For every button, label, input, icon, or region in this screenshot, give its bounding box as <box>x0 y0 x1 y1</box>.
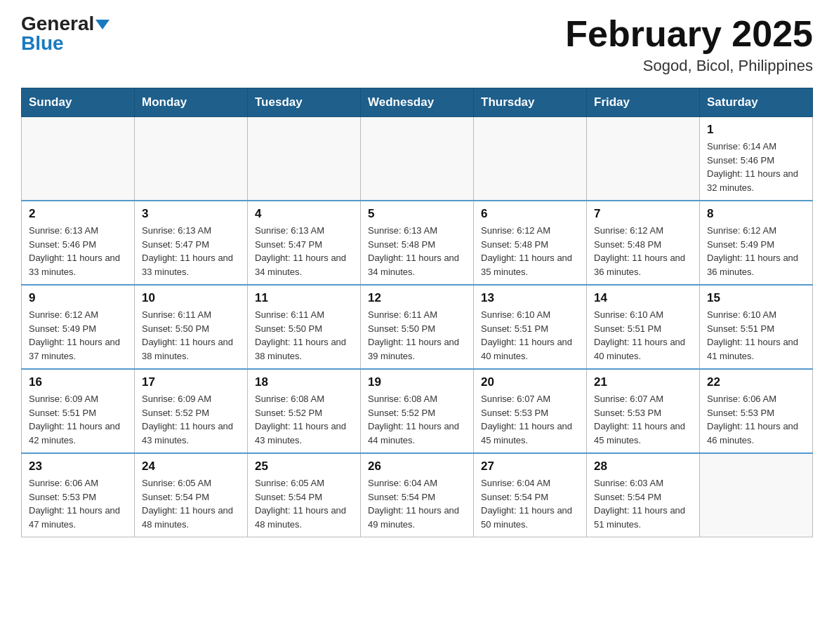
calendar-cell: 3Sunrise: 6:13 AM Sunset: 5:47 PM Daylig… <box>135 201 248 285</box>
calendar-cell: 5Sunrise: 6:13 AM Sunset: 5:48 PM Daylig… <box>361 201 474 285</box>
day-number: 25 <box>255 459 353 474</box>
calendar-table: SundayMondayTuesdayWednesdayThursdayFrid… <box>21 88 813 537</box>
calendar-cell: 27Sunrise: 6:04 AM Sunset: 5:54 PM Dayli… <box>474 453 587 537</box>
calendar-header-row: SundayMondayTuesdayWednesdayThursdayFrid… <box>22 88 813 117</box>
day-number: 10 <box>142 291 240 305</box>
day-info: Sunrise: 6:03 AM Sunset: 5:54 PM Dayligh… <box>594 476 692 531</box>
day-number: 21 <box>594 375 692 389</box>
calendar-cell: 18Sunrise: 6:08 AM Sunset: 5:52 PM Dayli… <box>248 369 361 453</box>
day-number: 8 <box>707 207 805 221</box>
calendar-cell: 7Sunrise: 6:12 AM Sunset: 5:48 PM Daylig… <box>587 201 700 285</box>
day-info: Sunrise: 6:09 AM Sunset: 5:51 PM Dayligh… <box>29 392 127 447</box>
day-number: 3 <box>142 207 240 221</box>
day-number: 13 <box>481 291 579 305</box>
calendar-cell: 28Sunrise: 6:03 AM Sunset: 5:54 PM Dayli… <box>587 453 700 537</box>
calendar-cell: 26Sunrise: 6:04 AM Sunset: 5:54 PM Dayli… <box>361 453 474 537</box>
calendar-cell: 2Sunrise: 6:13 AM Sunset: 5:46 PM Daylig… <box>22 201 135 285</box>
calendar-week-row: 23Sunrise: 6:06 AM Sunset: 5:53 PM Dayli… <box>22 453 813 537</box>
day-number: 22 <box>707 375 805 389</box>
calendar-cell <box>587 117 700 201</box>
day-info: Sunrise: 6:06 AM Sunset: 5:53 PM Dayligh… <box>29 476 127 531</box>
day-info: Sunrise: 6:12 AM Sunset: 5:48 PM Dayligh… <box>481 224 579 279</box>
day-info: Sunrise: 6:05 AM Sunset: 5:54 PM Dayligh… <box>255 476 353 531</box>
day-info: Sunrise: 6:10 AM Sunset: 5:51 PM Dayligh… <box>594 308 692 363</box>
column-header-tuesday: Tuesday <box>248 88 361 117</box>
logo-blue-text: Blue <box>21 32 64 54</box>
calendar-week-row: 16Sunrise: 6:09 AM Sunset: 5:51 PM Dayli… <box>22 369 813 453</box>
day-number: 20 <box>481 375 579 389</box>
day-number: 14 <box>594 291 692 305</box>
day-number: 24 <box>142 459 240 474</box>
day-info: Sunrise: 6:12 AM Sunset: 5:48 PM Dayligh… <box>594 224 692 279</box>
day-number: 23 <box>29 459 127 474</box>
page-header: General Blue February 2025 Sogod, Bicol,… <box>21 14 813 75</box>
calendar-cell: 21Sunrise: 6:07 AM Sunset: 5:53 PM Dayli… <box>587 369 700 453</box>
day-number: 7 <box>594 207 692 221</box>
calendar-cell <box>135 117 248 201</box>
day-info: Sunrise: 6:07 AM Sunset: 5:53 PM Dayligh… <box>481 392 579 447</box>
calendar-cell: 1Sunrise: 6:14 AM Sunset: 5:46 PM Daylig… <box>700 117 813 201</box>
calendar-cell <box>248 117 361 201</box>
calendar-cell: 13Sunrise: 6:10 AM Sunset: 5:51 PM Dayli… <box>474 285 587 369</box>
calendar-cell: 14Sunrise: 6:10 AM Sunset: 5:51 PM Dayli… <box>587 285 700 369</box>
day-info: Sunrise: 6:09 AM Sunset: 5:52 PM Dayligh… <box>142 392 240 447</box>
day-number: 15 <box>707 291 805 305</box>
day-info: Sunrise: 6:13 AM Sunset: 5:48 PM Dayligh… <box>368 224 466 279</box>
calendar-cell: 24Sunrise: 6:05 AM Sunset: 5:54 PM Dayli… <box>135 453 248 537</box>
calendar-cell: 9Sunrise: 6:12 AM Sunset: 5:49 PM Daylig… <box>22 285 135 369</box>
day-number: 18 <box>255 375 353 389</box>
calendar-cell <box>474 117 587 201</box>
calendar-cell: 6Sunrise: 6:12 AM Sunset: 5:48 PM Daylig… <box>474 201 587 285</box>
day-info: Sunrise: 6:13 AM Sunset: 5:46 PM Dayligh… <box>29 224 127 279</box>
day-number: 26 <box>368 459 466 474</box>
calendar-cell <box>22 117 135 201</box>
day-info: Sunrise: 6:12 AM Sunset: 5:49 PM Dayligh… <box>29 308 127 363</box>
day-number: 11 <box>255 291 353 305</box>
day-info: Sunrise: 6:05 AM Sunset: 5:54 PM Dayligh… <box>142 476 240 531</box>
calendar-title-area: February 2025 Sogod, Bicol, Philippines <box>565 14 813 75</box>
day-info: Sunrise: 6:08 AM Sunset: 5:52 PM Dayligh… <box>368 392 466 447</box>
day-info: Sunrise: 6:11 AM Sunset: 5:50 PM Dayligh… <box>142 308 240 363</box>
logo: General Blue <box>21 14 110 53</box>
day-info: Sunrise: 6:14 AM Sunset: 5:46 PM Dayligh… <box>707 140 805 194</box>
calendar-week-row: 9Sunrise: 6:12 AM Sunset: 5:49 PM Daylig… <box>22 285 813 369</box>
day-number: 9 <box>29 291 127 305</box>
calendar-cell: 4Sunrise: 6:13 AM Sunset: 5:47 PM Daylig… <box>248 201 361 285</box>
day-number: 2 <box>29 207 127 221</box>
calendar-cell: 15Sunrise: 6:10 AM Sunset: 5:51 PM Dayli… <box>700 285 813 369</box>
column-header-saturday: Saturday <box>700 88 813 117</box>
column-header-wednesday: Wednesday <box>361 88 474 117</box>
day-number: 1 <box>707 123 805 137</box>
day-info: Sunrise: 6:10 AM Sunset: 5:51 PM Dayligh… <box>481 308 579 363</box>
day-number: 4 <box>255 207 353 221</box>
calendar-week-row: 2Sunrise: 6:13 AM Sunset: 5:46 PM Daylig… <box>22 201 813 285</box>
calendar-cell <box>700 453 813 537</box>
calendar-cell: 19Sunrise: 6:08 AM Sunset: 5:52 PM Dayli… <box>361 369 474 453</box>
calendar-cell <box>361 117 474 201</box>
day-number: 5 <box>368 207 466 221</box>
column-header-friday: Friday <box>587 88 700 117</box>
calendar-cell: 16Sunrise: 6:09 AM Sunset: 5:51 PM Dayli… <box>22 369 135 453</box>
logo-triangle-icon <box>95 20 110 29</box>
calendar-cell: 11Sunrise: 6:11 AM Sunset: 5:50 PM Dayli… <box>248 285 361 369</box>
day-number: 16 <box>29 375 127 389</box>
calendar-cell: 8Sunrise: 6:12 AM Sunset: 5:49 PM Daylig… <box>700 201 813 285</box>
calendar-week-row: 1Sunrise: 6:14 AM Sunset: 5:46 PM Daylig… <box>22 117 813 201</box>
day-info: Sunrise: 6:11 AM Sunset: 5:50 PM Dayligh… <box>255 308 353 363</box>
calendar-subtitle: Sogod, Bicol, Philippines <box>565 57 813 75</box>
calendar-cell: 23Sunrise: 6:06 AM Sunset: 5:53 PM Dayli… <box>22 453 135 537</box>
day-info: Sunrise: 6:06 AM Sunset: 5:53 PM Dayligh… <box>707 392 805 447</box>
day-info: Sunrise: 6:10 AM Sunset: 5:51 PM Dayligh… <box>707 308 805 363</box>
calendar-title: February 2025 <box>565 14 813 54</box>
day-number: 6 <box>481 207 579 221</box>
day-info: Sunrise: 6:04 AM Sunset: 5:54 PM Dayligh… <box>481 476 579 531</box>
day-number: 27 <box>481 459 579 474</box>
column-header-sunday: Sunday <box>22 88 135 117</box>
calendar-cell: 12Sunrise: 6:11 AM Sunset: 5:50 PM Dayli… <box>361 285 474 369</box>
day-info: Sunrise: 6:13 AM Sunset: 5:47 PM Dayligh… <box>142 224 240 279</box>
day-info: Sunrise: 6:07 AM Sunset: 5:53 PM Dayligh… <box>594 392 692 447</box>
column-header-thursday: Thursday <box>474 88 587 117</box>
day-info: Sunrise: 6:04 AM Sunset: 5:54 PM Dayligh… <box>368 476 466 531</box>
day-number: 28 <box>594 459 692 474</box>
logo-general-text: General <box>21 13 94 34</box>
